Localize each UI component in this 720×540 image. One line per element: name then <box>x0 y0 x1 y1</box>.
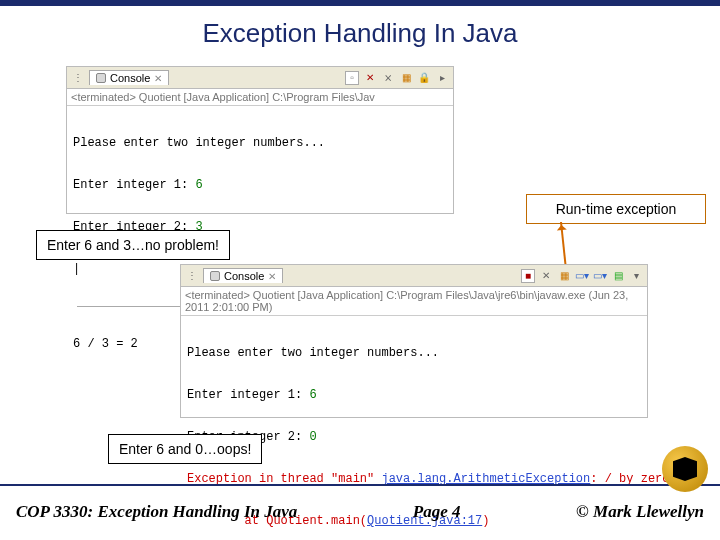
slide-title: Exception Handling In Java <box>0 6 720 57</box>
slide-footer: COP 3330: Exception Handling In Java Pag… <box>0 492 720 540</box>
console-screenshot-2: ⋮ Console ✕ ■ ✕ ▦ ▭▾ ▭▾ ▤ ▾ <terminated>… <box>180 264 648 418</box>
open-console-icon: ▭▾ <box>593 269 607 283</box>
terminated-banner-2: <terminated> Quotient [Java Application]… <box>181 287 647 316</box>
scroll-lock-icon: 🔒 <box>417 71 431 85</box>
console-icon <box>96 73 106 83</box>
remove-all-icon: ✕ <box>539 269 553 283</box>
console1-tabbar: ⋮ Console ✕ ▫ ✕ ⨯ ▦ 🔒 ▸ <box>67 67 453 89</box>
close-tab-icon: ✕ <box>154 73 162 84</box>
callout-runtime-exception: Run-time exception <box>526 194 706 224</box>
close-tab-icon: ✕ <box>268 271 276 282</box>
terminated-banner: <terminated> Quotient [Java Application]… <box>67 89 453 106</box>
callout-enter-6-3: Enter 6 and 3…no problem! <box>36 230 230 260</box>
clear-icon: ▦ <box>557 269 571 283</box>
panel-handle-icon: ⋮ <box>71 71 85 85</box>
remove-icon: ⨯ <box>381 71 395 85</box>
footer-author: © Mark Llewellyn <box>576 502 704 522</box>
callout-enter-6-0: Enter 6 and 0…oops! <box>108 434 262 464</box>
ucf-logo <box>662 446 708 492</box>
console-screenshot-1: ⋮ Console ✕ ▫ ✕ ⨯ ▦ 🔒 ▸ <terminated> Quo… <box>66 66 454 214</box>
menu-icon: ▾ <box>629 269 643 283</box>
console2-tabbar: ⋮ Console ✕ ■ ✕ ▦ ▭▾ ▭▾ ▤ ▾ <box>181 265 647 287</box>
panel-handle-icon: ⋮ <box>185 269 199 283</box>
pin-icon: ▸ <box>435 71 449 85</box>
display-icon: ▭▾ <box>575 269 589 283</box>
footer-page: Page 4 <box>297 502 576 522</box>
console-tab-label: Console <box>224 270 264 282</box>
console-tab: Console ✕ <box>203 268 283 283</box>
clear-icon: ▦ <box>399 71 413 85</box>
console-tab-label: Console <box>110 72 150 84</box>
console-tab: Console ✕ <box>89 70 169 85</box>
footer-divider <box>0 484 720 486</box>
toolbar-icon: ▫ <box>345 71 359 85</box>
footer-left: COP 3330: Exception Handling In Java <box>16 502 297 522</box>
terminate-icon: ■ <box>521 269 535 283</box>
terminate-icon: ✕ <box>363 71 377 85</box>
pin-console-icon: ▤ <box>611 269 625 283</box>
console-icon <box>210 271 220 281</box>
